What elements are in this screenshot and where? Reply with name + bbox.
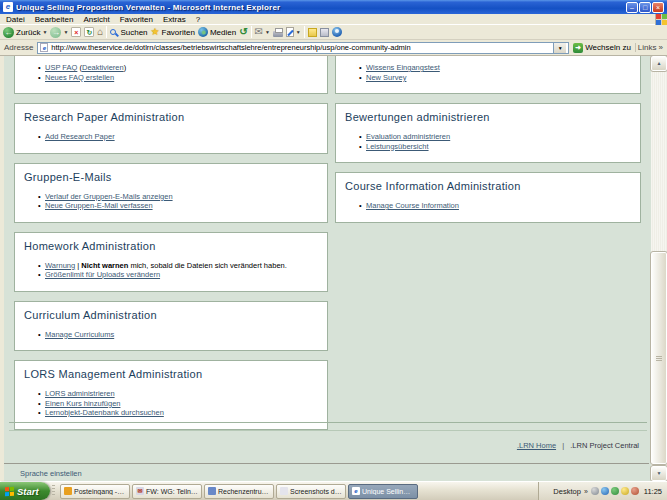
list-item: Manage Curriculums bbox=[45, 330, 318, 340]
admin-link[interactable]: Warnung bbox=[45, 261, 75, 270]
close-button[interactable]: × bbox=[652, 2, 664, 13]
media-button[interactable]: Medien bbox=[198, 27, 236, 37]
print-button[interactable] bbox=[273, 31, 283, 37]
tray-chevron-icon[interactable]: » bbox=[584, 488, 588, 495]
menu-ansicht[interactable]: Ansicht bbox=[78, 14, 114, 25]
taskbar-clock: 11:25 bbox=[642, 487, 662, 496]
messenger-button[interactable] bbox=[332, 27, 342, 37]
tray-icons bbox=[591, 487, 639, 495]
list-item: Add Research Paper bbox=[45, 132, 318, 142]
desktop-toolbar-label[interactable]: Desktop bbox=[553, 487, 581, 496]
links-toolbar[interactable]: Links » bbox=[635, 43, 663, 52]
search-button[interactable]: Suchen bbox=[110, 28, 147, 37]
messenger-tray-icon[interactable] bbox=[611, 487, 619, 495]
task-label: Screenshots dotLRN... bbox=[290, 488, 342, 495]
lrn-home-link[interactable]: .LRN Home bbox=[517, 441, 556, 450]
taskbar-task[interactable]: eUnique Selling Propos... bbox=[348, 484, 418, 499]
list-item: USP FAQ (Deaktivieren) bbox=[45, 63, 318, 73]
menu-datei[interactable]: Datei bbox=[1, 14, 30, 25]
admin-link[interactable]: Deaktivieren bbox=[82, 63, 124, 72]
address-input[interactable]: e http://www.theservice.de/dotlrn/classe… bbox=[37, 42, 569, 54]
task-label: Posteingang - Micros... bbox=[74, 488, 126, 495]
admin-link[interactable]: Evaluation administrieren bbox=[366, 132, 450, 141]
set-language-link[interactable]: Sprache einstellen bbox=[20, 469, 82, 478]
menu-favoriten[interactable]: Favoriten bbox=[115, 14, 158, 25]
list-item: Wissens Eingangstest bbox=[366, 63, 631, 73]
links-label: Links bbox=[638, 43, 657, 52]
menu-extras[interactable]: Extras bbox=[158, 14, 191, 25]
scrollbar-thumb[interactable] bbox=[651, 252, 667, 464]
volume-tray-icon[interactable] bbox=[621, 487, 629, 495]
admin-link[interactable]: Neues FAQ erstellen bbox=[45, 73, 114, 82]
taskbar-task[interactable]: Posteingang - Micros... bbox=[60, 484, 130, 499]
image-icon bbox=[280, 487, 288, 495]
taskbar-tasks: Posteingang - Micros...✉FW: WG: Teilnahm… bbox=[57, 482, 418, 500]
history-button[interactable]: ↺ bbox=[239, 27, 247, 37]
admin-link[interactable]: Einen Kurs hinzufügen bbox=[45, 399, 120, 408]
discuss-button[interactable] bbox=[308, 28, 317, 37]
admin-link[interactable]: Verlauf der Gruppen-E-Mails anzeigen bbox=[45, 192, 173, 201]
taskbar-task[interactable]: Rechenzentrum Uni K... bbox=[204, 484, 274, 499]
back-dropdown-icon[interactable]: ▼ bbox=[42, 29, 47, 35]
forward-button[interactable]: → ▼ bbox=[50, 27, 68, 38]
stop-button[interactable]: × bbox=[71, 27, 81, 37]
lrn-project-central-link[interactable]: .LRN Project Central bbox=[570, 441, 639, 450]
list-item: Verlauf der Gruppen-E-Mails anzeigen bbox=[45, 192, 318, 202]
box-header: Homework Administration bbox=[24, 240, 318, 252]
list-item: New Survey bbox=[366, 73, 631, 83]
network-tray-icon[interactable] bbox=[601, 487, 609, 495]
task-label: Unique Selling Propos... bbox=[362, 488, 414, 495]
admin-link[interactable]: USP FAQ bbox=[45, 63, 77, 72]
toolbar-separator bbox=[106, 26, 107, 38]
minimize-button[interactable]: – bbox=[626, 2, 638, 13]
back-icon: ← bbox=[3, 27, 14, 38]
taskbar-task[interactable]: ✉FW: WG: Teilnahme v... bbox=[132, 484, 202, 499]
restore-button[interactable]: □ bbox=[639, 2, 651, 13]
outlook-icon bbox=[64, 487, 72, 495]
admin-link[interactable]: Manage Curriculums bbox=[45, 330, 114, 339]
forward-icon: → bbox=[50, 27, 61, 38]
footer-divider bbox=[9, 430, 647, 431]
resize-page-button[interactable] bbox=[320, 28, 329, 37]
vertical-scrollbar[interactable]: ▲ ▼ bbox=[651, 56, 667, 481]
home-button[interactable]: ⌂ bbox=[97, 27, 103, 37]
window-icon bbox=[208, 487, 216, 495]
admin-box: Wissens EingangstestNew Survey bbox=[335, 56, 641, 94]
edit-button[interactable]: ▼ bbox=[286, 27, 301, 37]
quick-launch-grip[interactable] bbox=[52, 485, 55, 497]
admin-link[interactable]: New Survey bbox=[366, 73, 406, 82]
toolbar-separator bbox=[251, 26, 252, 38]
box-header: Bewertungen administrieren bbox=[345, 111, 631, 123]
scrollbar-down-button[interactable]: ▼ bbox=[651, 466, 667, 481]
admin-link[interactable]: LORS administrieren bbox=[45, 389, 115, 398]
menu-help[interactable]: ? bbox=[191, 14, 205, 25]
admin-link[interactable]: Manage Course Information bbox=[366, 201, 459, 210]
search-icon bbox=[110, 29, 116, 35]
media-label: Medien bbox=[210, 28, 236, 37]
scrollbar-up-button[interactable]: ▲ bbox=[651, 56, 667, 71]
menu-bearbeiten[interactable]: Bearbeiten bbox=[30, 14, 79, 25]
admin-link[interactable]: Größenlimit für Uploads verändern bbox=[45, 270, 160, 279]
admin-link[interactable]: Neue Gruppen-E-Mail verfassen bbox=[45, 201, 153, 210]
go-button[interactable]: ➜ Wechseln zu bbox=[573, 43, 631, 53]
start-button[interactable]: Start bbox=[0, 482, 50, 500]
mail-button[interactable]: ✉ ▼ bbox=[255, 27, 270, 37]
refresh-button[interactable]: ↻ bbox=[84, 27, 94, 37]
page-icon: e bbox=[40, 43, 48, 52]
clock-tray-icon[interactable] bbox=[591, 487, 599, 495]
mail-dropdown-icon[interactable]: ▼ bbox=[265, 29, 270, 35]
system-tray: Desktop » 11:25 bbox=[538, 482, 667, 500]
address-dropdown-icon[interactable]: ▼ bbox=[553, 42, 566, 54]
update-tray-icon[interactable] bbox=[631, 487, 639, 495]
favorites-button[interactable]: ★ Favoriten bbox=[151, 27, 195, 37]
box-header: Curriculum Administration bbox=[24, 309, 318, 321]
admin-link[interactable]: Wissens Eingangstest bbox=[366, 63, 440, 72]
edit-dropdown-icon[interactable]: ▼ bbox=[296, 29, 301, 35]
admin-box: Curriculum AdministrationManage Curricul… bbox=[14, 301, 328, 352]
admin-link[interactable]: Add Research Paper bbox=[45, 132, 115, 141]
taskbar-task[interactable]: Screenshots dotLRN... bbox=[276, 484, 346, 499]
admin-link[interactable]: Leistungsübersicht bbox=[366, 142, 429, 151]
admin-link[interactable]: Lernobjekt-Datenbank durchsuchen bbox=[45, 408, 164, 417]
back-button[interactable]: ← Zurück ▼ bbox=[3, 27, 47, 38]
portal-footer-links: .LRN Home | .LRN Project Central bbox=[517, 441, 639, 450]
